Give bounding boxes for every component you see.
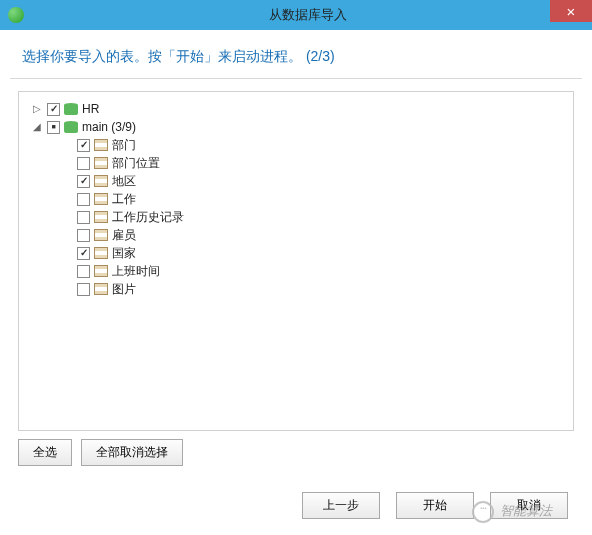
instruction-text: 选择你要导入的表。按「开始」来启动进程。 (2/3) [0,30,592,78]
table-icon [94,229,108,241]
checkbox[interactable] [77,139,90,152]
window-title: 从数据库导入 [24,6,592,24]
checkbox[interactable] [77,157,90,170]
database-icon [64,121,78,133]
tree-leaf[interactable]: 地区 [61,172,573,190]
selection-buttons: 全选 全部取消选择 [18,439,574,466]
table-icon [94,265,108,277]
node-label: main (3/9) [82,118,136,136]
database-icon [64,103,78,115]
tree-children: 部门 部门位置 地区 工作 工作历史记录 雇员 国家 上班时间 图片 [31,136,573,298]
start-button[interactable]: 开始 [396,492,474,519]
tree-leaf[interactable]: 雇员 [61,226,573,244]
checkbox[interactable] [77,229,90,242]
table-icon [94,157,108,169]
checkbox[interactable] [77,283,90,296]
checkbox[interactable] [77,193,90,206]
prev-button[interactable]: 上一步 [302,492,380,519]
app-icon [8,7,24,23]
node-label: HR [82,100,99,118]
tree-node-main[interactable]: ◢ main (3/9) [31,118,573,136]
table-icon [94,193,108,205]
tree: ▷ HR ◢ main (3/9) 部门 部门位置 地区 工作 工作历史记录 雇… [19,100,573,298]
divider [10,78,582,79]
table-icon [94,175,108,187]
node-label: 雇员 [112,226,136,244]
checkbox[interactable] [47,103,60,116]
expand-icon[interactable]: ▷ [31,100,43,118]
tree-panel: ▷ HR ◢ main (3/9) 部门 部门位置 地区 工作 工作历史记录 雇… [18,91,574,431]
tree-node-hr[interactable]: ▷ HR [31,100,573,118]
tree-leaf[interactable]: 图片 [61,280,573,298]
checkbox[interactable] [77,175,90,188]
tree-leaf[interactable]: 上班时间 [61,262,573,280]
node-label: 部门 [112,136,136,154]
tree-leaf[interactable]: 部门位置 [61,154,573,172]
table-icon [94,211,108,223]
footer-buttons: 上一步 开始 取消 [302,492,574,519]
table-icon [94,247,108,259]
close-button[interactable]: × [550,0,592,22]
deselect-all-button[interactable]: 全部取消选择 [81,439,183,466]
select-all-button[interactable]: 全选 [18,439,72,466]
table-icon [94,139,108,151]
checkbox[interactable] [77,265,90,278]
titlebar: 从数据库导入 × [0,0,592,30]
tree-leaf[interactable]: 工作历史记录 [61,208,573,226]
table-icon [94,283,108,295]
checkbox[interactable] [77,247,90,260]
cancel-button[interactable]: 取消 [490,492,568,519]
node-label: 工作 [112,190,136,208]
collapse-icon[interactable]: ◢ [31,118,43,136]
node-label: 图片 [112,280,136,298]
checkbox[interactable] [47,121,60,134]
node-label: 工作历史记录 [112,208,184,226]
tree-leaf[interactable]: 部门 [61,136,573,154]
checkbox[interactable] [77,211,90,224]
node-label: 国家 [112,244,136,262]
tree-leaf[interactable]: 国家 [61,244,573,262]
node-label: 部门位置 [112,154,160,172]
tree-leaf[interactable]: 工作 [61,190,573,208]
node-label: 上班时间 [112,262,160,280]
node-label: 地区 [112,172,136,190]
